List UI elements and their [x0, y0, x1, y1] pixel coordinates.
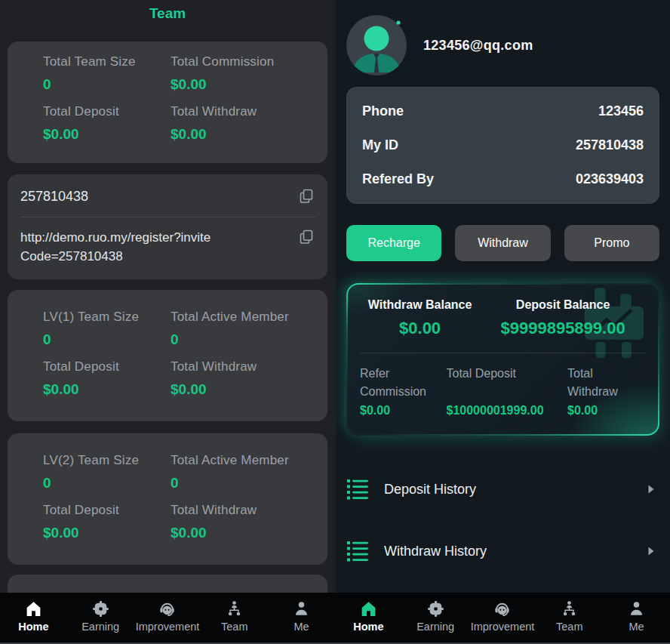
me-page-panel: 123456@qq.com Phone 123456 My ID 2578104… — [335, 0, 670, 644]
profile-row: 123456@qq.com — [346, 15, 659, 75]
stat-label: Total Withdraw — [567, 365, 646, 401]
stat-value: $0.00 — [171, 381, 320, 398]
stat-label: LV(2) Team Size — [43, 453, 171, 468]
stat-label: Total Deposit — [43, 104, 171, 119]
stat-cell: LV(2) Team Size 0 — [43, 453, 171, 491]
stat-value: 0 — [171, 331, 320, 348]
stat-value: 0 — [43, 475, 171, 491]
refer-commission-stat: Refer Commission $0.00 — [360, 365, 444, 418]
stat-label: Total Deposit — [43, 359, 171, 374]
list-icon — [346, 478, 369, 501]
stat-label: Total Active Member — [171, 310, 320, 325]
deposit-history-row[interactable]: Deposit History — [346, 478, 659, 501]
action-buttons: Recharge Withdraw Promo — [346, 225, 659, 261]
stat-value: $0.00 — [360, 404, 444, 418]
nav-label: Earning — [81, 621, 119, 633]
stat-value: $0.00 — [43, 381, 171, 398]
nav-improvement-right[interactable]: Improvement — [469, 593, 536, 644]
stat-cell: Total Team Size 0 — [43, 54, 171, 93]
stat-cell: Total Deposit $0.00 — [43, 359, 171, 398]
divider — [20, 217, 315, 217]
stat-cell: Total Commission $0.00 — [171, 54, 320, 93]
menu-label: Withdraw History — [384, 544, 487, 559]
total-deposit-stat: Total Deposit $10000001999.00 — [447, 365, 566, 418]
nav-label: Improvement — [471, 621, 535, 633]
stat-value: $0.00 — [171, 76, 320, 93]
nav-earning-left[interactable]: Earning — [67, 593, 134, 644]
info-label: Refered By — [362, 171, 434, 187]
page-title: Team — [8, 0, 327, 26]
level2-card: LV(2) Team Size 0 Total Active Member 0 … — [8, 433, 327, 565]
bottom-navbar: Home Earning Improvement — [0, 593, 670, 644]
nav-home-left[interactable]: Home — [0, 593, 67, 644]
menu-label: Deposit History — [384, 482, 476, 498]
stat-label: Refer Commission — [360, 365, 444, 401]
nav-label: Home — [18, 621, 48, 633]
stat-label: Total Deposit — [43, 503, 171, 518]
stat-value: $0.00 — [567, 404, 646, 418]
stat-label: Total Commission — [171, 54, 320, 69]
stat-cell: Total Deposit $0.00 — [43, 503, 171, 541]
stat-label: Total Withdraw — [171, 104, 320, 119]
info-row-phone: Phone 123456 — [362, 103, 644, 119]
withdraw-balance-block: Withdraw Balance $0.00 — [360, 298, 480, 338]
stat-value: $0.00 — [43, 525, 171, 541]
info-label: Phone — [362, 103, 404, 119]
nav-home-right[interactable]: Home — [335, 593, 402, 644]
stat-value: $0.00 — [171, 525, 320, 541]
home-icon — [24, 599, 43, 618]
nav-label: Team — [221, 621, 247, 633]
invite-card: 257810438 http://demo.ruo.my/register?in… — [8, 174, 327, 279]
stat-value: $10000001999.00 — [447, 404, 566, 418]
nav-improvement-left[interactable]: Improvement — [134, 593, 201, 644]
stat-cell: LV(1) Team Size 0 — [43, 310, 171, 348]
person-icon — [292, 599, 311, 618]
nav-label: Home — [353, 621, 383, 633]
stat-label: Total Withdraw — [171, 359, 320, 374]
deposit-balance-block: Deposit Balance $9999895899.00 — [480, 298, 646, 338]
withdraw-button[interactable]: Withdraw — [455, 225, 550, 261]
promo-button[interactable]: Promo — [564, 225, 659, 261]
stat-cell: Total Withdraw $0.00 — [171, 359, 320, 398]
nav-label: Earning — [416, 621, 454, 633]
earning-icon — [91, 599, 110, 618]
info-row-referedby: Refered By 023639403 — [362, 171, 644, 187]
avatar — [346, 15, 407, 75]
stat-value: 0 — [43, 331, 171, 348]
home-icon — [359, 599, 378, 618]
stat-cell: Total Withdraw $0.00 — [171, 104, 320, 143]
earning-icon — [426, 599, 445, 618]
stat-value: 0 — [43, 76, 171, 93]
headset-icon — [158, 599, 177, 618]
nav-label: Improvement — [136, 621, 200, 633]
copy-code-icon[interactable] — [297, 187, 315, 205]
nav-earning-right[interactable]: Earning — [402, 593, 469, 644]
nav-me-right[interactable]: Me — [603, 593, 670, 644]
user-email: 123456@qq.com — [423, 38, 533, 54]
nav-team-left[interactable]: Team — [201, 593, 268, 644]
withdraw-balance-value: $0.00 — [360, 319, 480, 338]
stat-cell: Total Withdraw $0.00 — [171, 503, 320, 541]
nav-label: Team — [556, 621, 582, 633]
balance-card: Withdraw Balance $0.00 Deposit Balance $… — [346, 283, 659, 436]
stat-cell: Total Deposit $0.00 — [43, 104, 171, 143]
team-summary-card: Total Team Size 0 Total Commission $0.00… — [8, 42, 327, 163]
person-icon — [627, 599, 646, 618]
nav-label: Me — [294, 621, 309, 633]
info-value: 257810438 — [576, 137, 644, 153]
team-page-panel: Team Total Team Size 0 Total Commission … — [0, 0, 335, 644]
stat-value: $0.00 — [43, 126, 171, 143]
withdraw-history-row[interactable]: Withdraw History — [346, 540, 659, 562]
list-icon — [346, 540, 369, 562]
recharge-button[interactable]: Recharge — [346, 225, 441, 261]
stat-label: Total Deposit — [447, 365, 566, 401]
copy-link-icon[interactable] — [297, 228, 315, 246]
nav-me-left[interactable]: Me — [268, 593, 335, 644]
deposit-balance-label: Deposit Balance — [480, 298, 646, 312]
team-icon — [560, 599, 579, 618]
deposit-balance-value: $9999895899.00 — [480, 319, 646, 338]
withdraw-balance-label: Withdraw Balance — [360, 298, 480, 312]
stat-value: $0.00 — [171, 126, 320, 143]
nav-group-left: Home Earning Improvement — [0, 593, 335, 644]
nav-team-right[interactable]: Team — [536, 593, 603, 644]
